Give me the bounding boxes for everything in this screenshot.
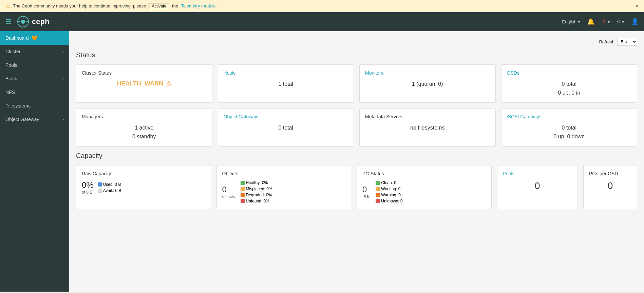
hosts-title[interactable]: Hosts: [224, 70, 348, 76]
chevron-right-icon-og: ›: [62, 117, 64, 122]
settings-arrow-icon: ▾: [622, 19, 624, 24]
iscsi-gateways-title[interactable]: iSCSI Gateways: [507, 114, 632, 119]
raw-capacity-title: Raw Capacity: [82, 171, 205, 176]
sidebar-filesystems-label: Filesystems: [5, 103, 31, 109]
notifications-icon[interactable]: 🔔: [587, 18, 594, 25]
ceph-logo-icon: [17, 16, 29, 28]
pg-status-content: 0 PGs Clean: 0 Working: 0: [362, 180, 486, 203]
settings-menu[interactable]: ⚙ ▾: [617, 19, 624, 24]
pg-clean-box: [376, 181, 380, 185]
pg-status-title: PG Status: [362, 171, 486, 176]
telemetry-link[interactable]: Telemetry module.: [181, 3, 217, 8]
managers-value: 1 active0 standby: [82, 123, 207, 141]
objects-card: Objects 0 objects Healthy: 0%: [216, 165, 352, 209]
activate-button[interactable]: Activate: [149, 3, 169, 9]
hamburger-icon[interactable]: ☰: [5, 18, 12, 26]
managers-card: Managers 1 active0 standby: [76, 108, 212, 146]
user-icon[interactable]: 👤: [631, 18, 639, 25]
sidebar-pools-label: Pools: [5, 62, 17, 68]
sidebar-item-object-gateway[interactable]: Object Gateway ›: [0, 113, 69, 126]
sidebar-item-nfs[interactable]: NFS: [0, 85, 69, 99]
used-legend-box: [98, 182, 102, 187]
logo: ceph: [17, 16, 49, 28]
osds-title[interactable]: OSDs: [507, 70, 632, 76]
pg-working-legend: Working: 0: [376, 187, 402, 191]
hosts-value: 1 total: [224, 80, 348, 89]
language-arrow-icon: ▾: [578, 19, 580, 24]
pools-card: Pools 0: [497, 165, 578, 209]
sidebar-nfs-label: NFS: [5, 90, 15, 95]
avail-legend-label: Avail.: 0 B: [103, 188, 121, 193]
heart-icon: 🧡: [32, 35, 37, 41]
misplaced-legend-box: [241, 187, 245, 191]
hosts-card: Hosts 1 total: [218, 64, 354, 103]
pools-value: 0: [503, 180, 572, 191]
pgs-per-osd-card: PGs per OSD 0: [583, 165, 637, 209]
status-section-title: Status: [76, 51, 637, 59]
object-gateways-value: 0 total: [224, 123, 348, 132]
raw-capacity-percent: 0%: [82, 180, 94, 190]
pg-unknown-box: [376, 199, 380, 203]
help-arrow-icon: ▾: [608, 19, 610, 24]
raw-capacity-percent-block: 0% of 0 B: [82, 180, 94, 195]
monitors-title[interactable]: Monitors: [365, 70, 490, 76]
pools-title[interactable]: Pools: [503, 171, 572, 176]
logo-text: ceph: [32, 17, 49, 26]
main-content: Refresh 1 s 2 s 5 s 10 s 30 s 60 s Statu…: [69, 31, 644, 292]
capacity-section: Capacity Raw Capacity 0% of 0 B Used:: [76, 152, 637, 209]
unfound-legend-label: Unfound: 0%: [246, 199, 269, 203]
managers-title: Managers: [82, 114, 207, 119]
iscsi-gateways-card: iSCSI Gateways 0 total0 up, 0 down: [501, 108, 638, 146]
telemetry-banner: ⚠ The Ceph community needs your help to …: [0, 0, 644, 12]
objects-count: 0: [222, 185, 235, 194]
metadata-servers-value: no filesystems: [365, 123, 490, 132]
objects-title: Objects: [222, 171, 346, 176]
sidebar-block-label: Block: [5, 76, 17, 81]
monitors-value: 1 (quorum 0): [365, 80, 490, 89]
cluster-status-title: Cluster Status: [82, 70, 207, 76]
status-cards-row2: Managers 1 active0 standby Object Gatewa…: [76, 108, 637, 146]
cluster-status-card: Cluster Status HEALTH_WARN ⚠: [76, 64, 212, 103]
unfound-legend: Unfound: 0%: [241, 199, 272, 203]
objects-content: 0 objects Healthy: 0% Misplaced: 0%: [222, 180, 346, 203]
pgs-per-osd-title: PGs per OSD: [589, 171, 631, 176]
health-warn-icon: ⚠: [166, 80, 171, 87]
sidebar-cluster-label: Cluster: [5, 49, 20, 54]
misplaced-legend-label: Misplaced: 0%: [246, 187, 272, 191]
status-cards-row1: Cluster Status HEALTH_WARN ⚠ Hosts 1 tot…: [76, 64, 637, 103]
pg-unknown-label: Unknown: 0: [381, 199, 402, 203]
metadata-servers-card: Metadata Servers no filesystems: [359, 108, 496, 146]
pg-working-label: Working: 0: [381, 187, 400, 191]
refresh-bar: Refresh 1 s 2 s 5 s 10 s 30 s 60 s: [76, 38, 637, 46]
sidebar: Dashboard 🧡 Cluster › Pools Block › NFS …: [0, 31, 69, 292]
sidebar-item-pools[interactable]: Pools: [0, 58, 69, 72]
sidebar-item-dashboard[interactable]: Dashboard 🧡: [0, 31, 69, 45]
sidebar-dashboard-label: Dashboard: [5, 35, 29, 41]
healthy-legend-label: Healthy: 0%: [246, 180, 268, 185]
banner-middle: the: [172, 3, 178, 8]
sidebar-object-gateway-label: Object Gateway: [5, 117, 39, 122]
pg-warning-legend: Warning: 0: [376, 193, 402, 197]
health-warn-text: HEALTH_WARN: [117, 80, 163, 87]
banner-close-button[interactable]: ×: [636, 3, 639, 9]
svg-point-1: [21, 20, 25, 24]
refresh-select[interactable]: 1 s 2 s 5 s 10 s 30 s 60 s: [617, 38, 637, 46]
pg-status-card: PG Status 0 PGs Clean: 0: [357, 165, 492, 209]
pg-clean-legend: Clean: 0: [376, 180, 402, 185]
chevron-right-icon-block: ›: [62, 76, 64, 81]
pg-warning-label: Warning: 0: [381, 193, 401, 197]
raw-capacity-legend: Used: 0 B Avail.: 0 B: [98, 182, 121, 193]
pg-sub-label: PGs: [362, 194, 370, 199]
sidebar-item-block[interactable]: Block ›: [0, 72, 69, 85]
iscsi-gateways-value: 0 total0 up, 0 down: [507, 123, 632, 141]
object-gateways-title[interactable]: Object Gateways: [224, 114, 348, 119]
sidebar-item-filesystems[interactable]: Filesystems: [0, 99, 69, 113]
capacity-cards: Raw Capacity 0% of 0 B Used: 0 B: [76, 165, 637, 209]
help-menu[interactable]: ❓ ▾: [601, 19, 610, 24]
language-selector[interactable]: English ▾: [562, 19, 580, 24]
pg-unknown-legend: Unknown: 0: [376, 199, 402, 203]
language-label: English: [562, 19, 576, 24]
sidebar-item-cluster[interactable]: Cluster ›: [0, 45, 69, 58]
header-right: English ▾ 🔔 ❓ ▾ ⚙ ▾ 👤: [562, 18, 639, 25]
warning-icon: ⚠: [5, 3, 10, 9]
